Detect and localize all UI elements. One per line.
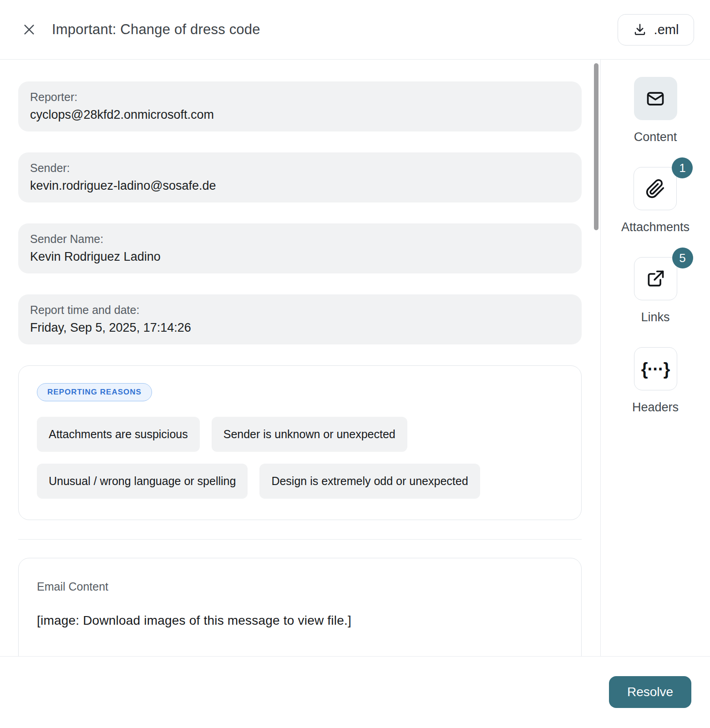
close-button[interactable] <box>20 20 38 39</box>
attachments-count-badge: 1 <box>672 157 693 178</box>
email-content-heading: Email Content <box>37 580 563 593</box>
email-subject-title: Important: Change of dress code <box>52 21 260 38</box>
reason-chip: Attachments are suspicious <box>37 417 200 452</box>
content-tab-button[interactable] <box>634 77 677 120</box>
field-label: Reporter: <box>30 90 570 104</box>
paperclip-icon <box>645 179 665 199</box>
braces-icon <box>641 360 670 378</box>
nav-item-headers[interactable]: Headers <box>632 347 679 415</box>
nav-label-content: Content <box>634 130 677 144</box>
sender-name-field: Sender Name: Kevin Rodriguez Ladino <box>18 223 582 273</box>
field-value: Friday, Sep 5, 2025, 17:14:26 <box>30 320 570 336</box>
footer: Resolve <box>0 656 710 728</box>
vertical-scrollbar[interactable] <box>594 63 598 230</box>
reason-chip: Unusual / wrong language or spelling <box>37 464 248 499</box>
field-label: Sender: <box>30 161 570 175</box>
reporting-reasons-badge: REPORTING REASONS <box>37 383 152 401</box>
reason-chip: Design is extremely odd or unexpected <box>259 464 480 499</box>
reporter-field: Reporter: cyclops@28kfd2.onmicrosoft.com <box>18 81 582 131</box>
nav-label-attachments: Attachments <box>621 220 690 234</box>
download-eml-button[interactable]: .eml <box>618 14 694 46</box>
reason-chip: Sender is unknown or unexpected <box>212 417 407 452</box>
field-value: kevin.rodriguez-ladino@sosafe.de <box>30 178 570 194</box>
report-review-window: Important: Change of dress code .eml Rep… <box>0 0 710 728</box>
header: Important: Change of dress code .eml <box>0 0 710 60</box>
links-count-badge: 5 <box>672 248 693 268</box>
nav-label-links: Links <box>641 310 669 324</box>
field-value: cyclops@28kfd2.onmicrosoft.com <box>30 107 570 123</box>
mail-icon <box>645 89 665 109</box>
headers-tab-button[interactable] <box>634 347 677 390</box>
sender-field: Sender: kevin.rodriguez-ladino@sosafe.de <box>18 152 582 202</box>
external-link-icon <box>645 269 665 289</box>
field-value: Kevin Rodriguez Ladino <box>30 249 570 265</box>
download-eml-label: .eml <box>654 22 679 37</box>
report-details-panel: Reporter: cyclops@28kfd2.onmicrosoft.com… <box>0 60 600 656</box>
field-label: Sender Name: <box>30 232 570 246</box>
close-icon <box>22 22 36 37</box>
resolve-button[interactable]: Resolve <box>609 676 691 708</box>
reporting-reasons-section: REPORTING REASONS Attachments are suspic… <box>18 365 582 520</box>
field-label: Report time and date: <box>30 303 570 317</box>
attachments-tab-button[interactable]: 1 <box>634 167 677 210</box>
nav-item-links[interactable]: 5 Links <box>634 257 677 324</box>
email-content-body: [image: Download images of this message … <box>37 613 563 628</box>
section-nav-sidebar: Content 1 Attachments 5 Link <box>600 60 710 656</box>
reporting-reasons-list: Attachments are suspicious Sender is unk… <box>37 417 538 499</box>
nav-item-content[interactable]: Content <box>634 77 677 144</box>
section-divider <box>18 539 582 540</box>
nav-item-attachments[interactable]: 1 Attachments <box>621 167 690 234</box>
links-tab-button[interactable]: 5 <box>634 257 677 300</box>
report-time-field: Report time and date: Friday, Sep 5, 202… <box>18 294 582 344</box>
email-content-section: Email Content [image: Download images of… <box>18 558 582 657</box>
body: Reporter: cyclops@28kfd2.onmicrosoft.com… <box>0 60 710 656</box>
download-icon <box>633 23 647 36</box>
nav-label-headers: Headers <box>632 400 679 415</box>
